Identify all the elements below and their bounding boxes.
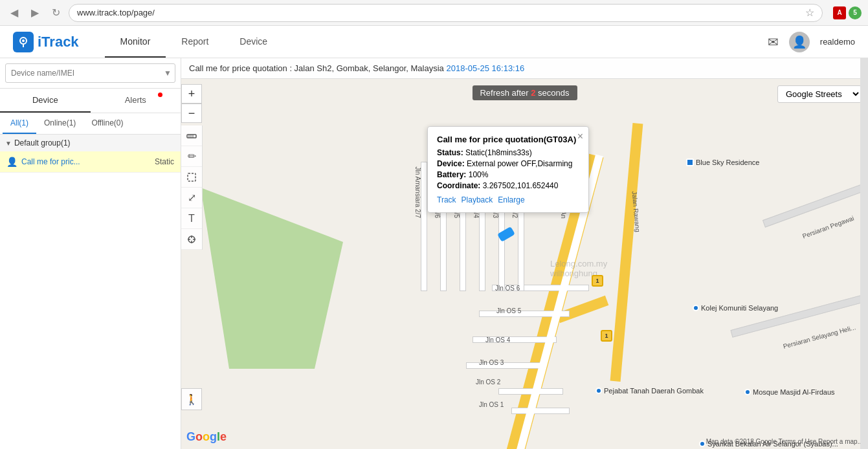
tab-alerts[interactable]: Alerts [91,89,181,113]
svg-rect-3 [187,135,196,138]
refresh-number: 2 [531,88,535,98]
popup-device-label: Device: [437,159,465,168]
browser-chrome: ◀ ▶ ↻ www.itrack.top/page/ ☆ A 5 [0,0,868,26]
search-wrap: ▼ [5,63,175,83]
place-pejabat: Pejabat Tanah Daerah Gombak [595,387,704,395]
ext-icon-2: 5 [849,6,862,19]
map-tools: ✏ ⤢ T [181,126,203,250]
road-label-os6: Jln OS 6 [495,285,520,292]
main-nav: Monitor Report Device [105,27,768,58]
extensions: A 5 [833,6,862,19]
popup-status-value: Static(1h8mins33s) [465,148,532,157]
popup-close-button[interactable]: × [577,131,583,142]
road-os4 [466,362,544,369]
map-area[interactable]: Jalan Rawang Jln Amansiara 2/7 Jln Amans… [181,58,868,449]
popup-links: Track Playback Enlarge [437,195,579,204]
info-popup: × Call me for price quotation(GT03A) Sta… [427,126,589,213]
highway-shield-1: 1 [592,275,603,287]
device-name-label: Call me for pric... [21,157,155,166]
road-label-persiaran-pegawai: Persiaran Pegawai [801,215,855,240]
sidebar-tabs: Device Alerts [0,89,181,113]
road-amansiara-1 [421,162,427,291]
text-tool-button[interactable]: T [181,208,202,229]
filter-all[interactable]: All(1) [3,113,36,134]
highway-shield-2: 1 [601,330,612,342]
map-background: Jalan Rawang Jln Amansiara 2/7 Jln Amans… [181,58,868,449]
list-item[interactable]: 👤 Call me for pric... Static [0,151,181,173]
bookmark-icon[interactable]: ☆ [805,6,814,19]
grid-tool-button[interactable] [181,229,202,250]
popup-track-link[interactable]: Track [437,195,456,204]
filter-offline[interactable]: Offline(0) [83,113,131,134]
back-button[interactable]: ◀ [6,5,22,21]
place-icon-office [595,388,602,394]
ruler-tool-button[interactable] [181,126,202,146]
address-bar: Call me for price quotation : Jalan Sh2,… [181,58,868,79]
sidebar: ▼ Device Alerts All(1) Online(1) Offline… [0,58,181,449]
popup-enlarge-link[interactable]: Enlarge [498,195,524,204]
alerts-badge [158,93,162,97]
ext-icon-1: A [833,6,846,19]
svg-point-1 [22,39,25,42]
popup-playback-link[interactable]: Playback [462,195,493,204]
filter-online[interactable]: Online(1) [36,113,83,134]
place-blue-sky: Blue Sky Residence [686,159,759,166]
place-mosque: Mosque Masjid Al-Firdaus [744,388,835,396]
group-header-default[interactable]: ▼ Default group(1) [0,135,181,151]
logo-icon [13,32,34,52]
expand-tool-button[interactable]: ⤢ [181,188,202,208]
street-view-area: 🚶 [181,388,202,410]
tab-device[interactable]: Device [0,89,91,113]
road-label-os3: Jln OS 3 [479,359,504,366]
popup-coordinate-row: Coordinate: 3.267502,101.652440 [437,181,579,190]
map-right-scrollbar[interactable] [860,58,868,449]
forward-button[interactable]: ▶ [27,5,43,21]
address-timestamp: 2018-05-25 16:13:16 [446,63,524,73]
nav-report[interactable]: Report [166,27,224,58]
road-label-os4: Jln OS 4 [485,336,510,344]
group-collapse-icon: ▼ [5,140,12,147]
street-view-button[interactable]: 🚶 [181,388,202,410]
road-label-os2: Jln OS 2 [476,378,500,386]
road-label-a27: Jln Amansiara 2/7 [414,167,421,219]
popup-coordinate-value: 3.267502,101.652440 [483,181,559,190]
main-layout: ▼ Device Alerts All(1) Online(1) Offline… [0,58,868,449]
google-logo: Google [186,430,227,444]
area-tool-button[interactable] [181,167,202,188]
place-icon-edu [693,305,699,311]
device-list: ▼ Default group(1) 👤 Call me for pric...… [0,135,181,449]
map-attribution: Map data ©2018 Google Terms of Use Repor… [706,438,863,445]
map-type-selector[interactable]: Google Streets Google Satellite Google H… [777,85,862,103]
road-label-os5: Jln OS 5 [496,307,521,314]
zoom-in-button[interactable]: + [181,84,202,104]
reload-button[interactable]: ↻ [48,5,63,21]
search-input[interactable] [5,63,175,83]
map-type-select[interactable]: Google Streets Google Satellite Google H… [777,85,862,103]
road-label-os1: Jln OS 1 [479,401,504,408]
url-text: www.itrack.top/page/ [77,8,800,17]
road-os6 [511,408,570,414]
mail-icon[interactable]: ✉ [768,34,779,50]
nav-device[interactable]: Device [224,27,283,58]
app-header: iTrack Monitor Report Device ✉ 👤 realdem… [0,26,868,58]
svg-rect-7 [188,173,195,181]
zoom-out-button[interactable]: − [181,104,202,123]
road-label-persiaran-selayang: Persiaran Selayang Heli... [783,323,857,350]
popup-battery-row: Battery: 100% [437,170,579,179]
popup-device-row: Device: External power OFF,Disarming [437,159,579,168]
refresh-before: Refresh after [480,88,531,98]
url-bar[interactable]: www.itrack.top/page/ ☆ [69,4,823,22]
logo: iTrack [13,32,79,52]
popup-status-row: Status: Static(1h8mins33s) [437,148,579,157]
device-status-icon: 👤 [6,157,17,167]
popup-battery-value: 100% [469,170,489,179]
group-name: Default group(1) [14,138,71,148]
popup-battery-label: Battery: [437,170,466,179]
username-label: realdemo [820,37,855,47]
nav-monitor[interactable]: Monitor [105,27,166,58]
place-icon-mosque [744,389,751,395]
pencil-tool-button[interactable]: ✏ [181,146,202,167]
filter-tabs: All(1) Online(1) Offline(0) [0,113,181,135]
place-kolej: Kolej Komuniti Selayang [693,304,778,312]
place-icon-hotel [686,159,694,166]
